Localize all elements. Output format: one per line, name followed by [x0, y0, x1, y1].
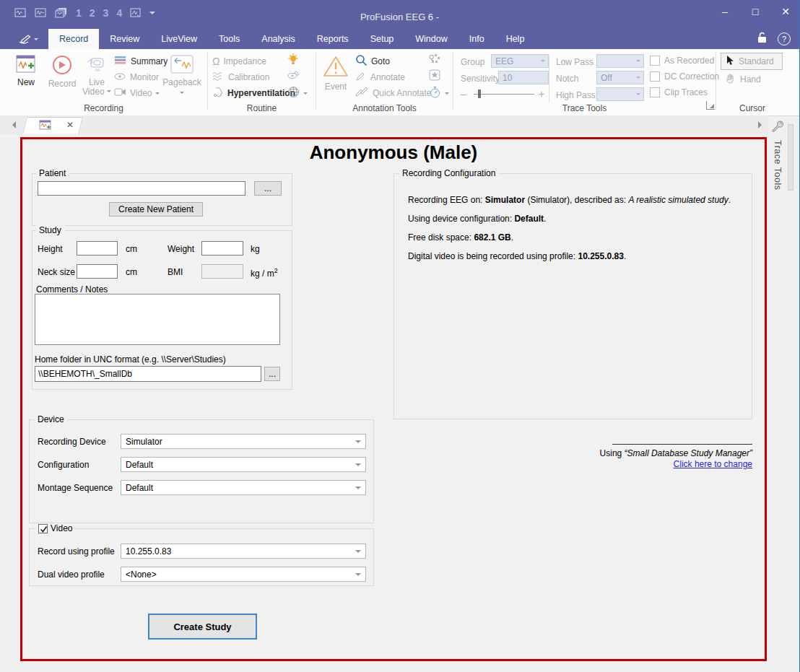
goto-button[interactable]: Goto — [355, 55, 390, 68]
high-pass-label: High Pass — [556, 90, 596, 100]
tab-info[interactable]: Info — [458, 29, 495, 49]
create-new-patient-button[interactable]: Create New Patient — [109, 202, 203, 217]
document-tab-close-icon[interactable]: ✕ — [66, 120, 74, 130]
sensitivity-slider[interactable] — [474, 94, 534, 95]
photic-light-button[interactable] — [287, 53, 300, 66]
notch-dropdown[interactable]: Off — [596, 71, 644, 84]
record-profile-dropdown[interactable]: 10.255.0.83 — [121, 544, 366, 559]
tab-scroll-right-icon[interactable] — [758, 121, 765, 128]
height-unit-label: cm — [126, 244, 137, 254]
recording-config-groupbox-label: Recording Configuration — [399, 168, 498, 178]
height-input[interactable] — [77, 241, 118, 256]
help-icon[interactable]: ? — [778, 32, 791, 45]
cursor-standard-button[interactable]: Standard — [721, 53, 783, 70]
tab-scroll-left-icon[interactable] — [9, 121, 16, 128]
monitor-button[interactable]: Monitor — [114, 71, 159, 84]
sensitivity-minus-button[interactable]: – — [461, 88, 466, 100]
annotation-grid-icon: Q — [429, 53, 441, 67]
tab-review[interactable]: Review — [99, 29, 150, 49]
stopwatch-icon — [429, 86, 441, 100]
document-tab[interactable]: ✕ — [25, 117, 81, 134]
montage-sequence-dropdown[interactable]: Default — [121, 480, 366, 495]
tab-setup[interactable]: Setup — [360, 29, 405, 49]
weight-label: Weight — [168, 244, 194, 254]
photic-dropdown-icon — [303, 92, 308, 97]
configuration-dropdown[interactable]: Default — [121, 457, 366, 472]
impedance-button[interactable]: Ω Impedance — [212, 55, 266, 68]
tab-help[interactable]: Help — [495, 29, 536, 49]
dc-correction-label: DC Correction — [664, 71, 719, 82]
tab-window[interactable]: Window — [404, 29, 458, 49]
close-button[interactable]: ✕ — [779, 6, 792, 17]
document-tab-icon — [39, 120, 52, 134]
cursor-hand-label: Hand — [740, 74, 761, 84]
as-recorded-checkbox[interactable]: As Recorded — [650, 56, 714, 66]
file-menu-icon[interactable] — [0, 29, 48, 49]
neck-unit-label: cm — [126, 267, 137, 277]
calibration-button[interactable]: Calibration — [212, 71, 269, 84]
clip-traces-checkbox[interactable]: Clip Traces — [650, 87, 708, 97]
minimize-button[interactable]: – — [718, 6, 731, 17]
bookmark-button[interactable] — [429, 70, 441, 83]
tab-reports[interactable]: Reports — [306, 29, 360, 49]
patient-name-input[interactable] — [38, 181, 245, 196]
routine-group-label: Routine — [208, 103, 316, 113]
monitor-config-button[interactable] — [287, 70, 300, 83]
new-label: New — [17, 78, 35, 87]
timer-button[interactable] — [429, 87, 449, 100]
sensitivity-plus-button[interactable]: + — [539, 88, 544, 100]
home-folder-browse-button[interactable]: ... — [264, 367, 280, 381]
annotate-button[interactable]: Annotate — [355, 71, 405, 84]
sensitivity-slider-thumb[interactable] — [478, 90, 481, 98]
dual-profile-dropdown[interactable]: <None> — [121, 567, 366, 582]
maximize-button[interactable]: □ — [749, 6, 762, 17]
quick-annotate-label: Quick Annotate — [373, 88, 431, 98]
pageback-button[interactable]: Pageback — [162, 52, 202, 108]
low-pass-dropdown[interactable] — [596, 54, 644, 68]
trace-tools-dialog-launcher-icon[interactable] — [706, 101, 715, 110]
tab-analysis[interactable]: Analysis — [251, 29, 306, 49]
group-dropdown[interactable]: EEG — [491, 54, 549, 68]
patient-heading: Anonymous (Male) — [20, 141, 767, 164]
quick-annotate-button[interactable]: Quick Annotate — [355, 87, 431, 100]
sensitivity-input[interactable]: 10 — [498, 71, 549, 84]
home-folder-label: Home folder in UNC format (e.g. \\Server… — [35, 354, 226, 365]
tab-tools[interactable]: Tools — [208, 29, 251, 49]
new-study-icon — [16, 55, 36, 76]
patient-browse-button[interactable]: ... — [254, 181, 282, 196]
weight-unit-label: kg — [251, 244, 260, 254]
lock-icon[interactable] — [757, 31, 768, 46]
tab-record[interactable]: Record — [48, 29, 99, 49]
weight-input[interactable] — [201, 241, 243, 256]
recording-group-label: Recording — [0, 103, 207, 113]
arrow-cursor-icon — [726, 55, 734, 68]
new-button[interactable]: New — [10, 52, 42, 108]
comments-textarea[interactable] — [35, 294, 280, 345]
study-manager-change-link[interactable]: Click here to change — [549, 459, 752, 469]
neck-size-input[interactable] — [77, 264, 118, 279]
configuration-label: Configuration — [38, 460, 89, 470]
patient-groupbox-label: Patient — [36, 168, 69, 178]
side-scrollbar[interactable] — [788, 124, 794, 191]
photic-stimulator-button[interactable] — [287, 87, 308, 100]
live-video-button[interactable]: Live Video — [80, 52, 113, 108]
hyperventilation-button[interactable]: Hyperventilation — [212, 87, 295, 100]
hand-cursor-icon — [725, 73, 736, 86]
cursor-hand-button[interactable]: Hand — [721, 71, 771, 87]
calibration-label: Calibration — [228, 72, 269, 82]
annotation-grid-button[interactable]: Q — [429, 53, 441, 66]
create-study-button[interactable]: Create Study — [148, 614, 257, 640]
tab-liveview[interactable]: LiveView — [150, 29, 208, 49]
cursor-group-label: Cursor — [716, 103, 788, 113]
video-checkbox[interactable] — [38, 524, 48, 533]
home-folder-input[interactable] — [35, 366, 261, 382]
trace-tools-side-tab[interactable]: Trace Tools — [771, 120, 784, 190]
record-button[interactable]: Record — [45, 52, 79, 108]
recording-device-dropdown[interactable]: Simulator — [121, 434, 366, 449]
event-button[interactable]: Event — [321, 52, 351, 108]
dc-correction-checkbox[interactable]: DC Correction — [650, 71, 719, 82]
header-right-icons: ? — [757, 31, 791, 46]
video-button[interactable]: Video — [114, 87, 160, 100]
summary-button[interactable]: Summary — [114, 55, 168, 68]
high-pass-dropdown[interactable] — [596, 87, 644, 101]
